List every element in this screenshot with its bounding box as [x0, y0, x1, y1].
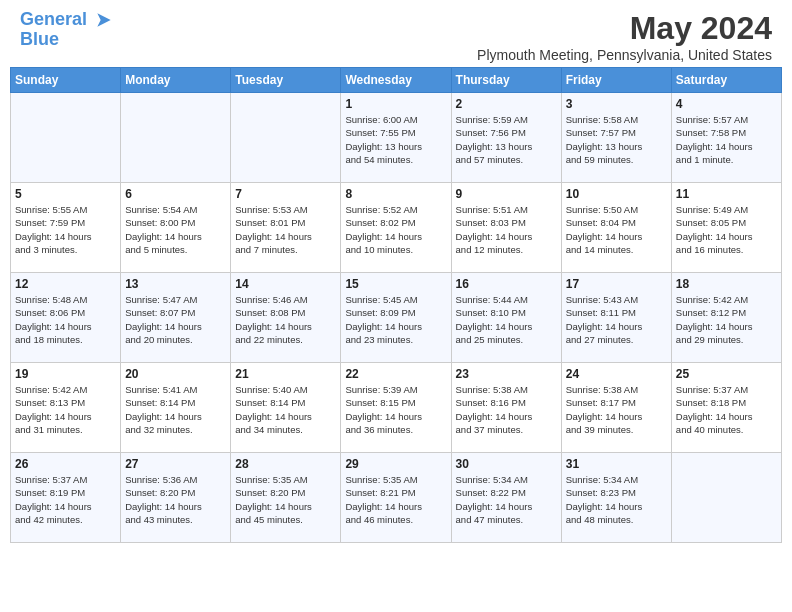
day-number: 25: [676, 367, 777, 381]
calendar-cell: 30Sunrise: 5:34 AMSunset: 8:22 PMDayligh…: [451, 453, 561, 543]
day-number: 18: [676, 277, 777, 291]
cell-content: Sunrise: 5:57 AMSunset: 7:58 PMDaylight:…: [676, 113, 777, 166]
day-number: 23: [456, 367, 557, 381]
cell-content: Sunrise: 5:47 AMSunset: 8:07 PMDaylight:…: [125, 293, 226, 346]
cell-content: Sunrise: 5:35 AMSunset: 8:20 PMDaylight:…: [235, 473, 336, 526]
cell-content: Sunrise: 5:42 AMSunset: 8:13 PMDaylight:…: [15, 383, 116, 436]
day-number: 1: [345, 97, 446, 111]
calendar-cell: 19Sunrise: 5:42 AMSunset: 8:13 PMDayligh…: [11, 363, 121, 453]
calendar-cell: 9Sunrise: 5:51 AMSunset: 8:03 PMDaylight…: [451, 183, 561, 273]
cell-content: Sunrise: 5:41 AMSunset: 8:14 PMDaylight:…: [125, 383, 226, 436]
logo-icon: [94, 10, 114, 30]
calendar-cell: 18Sunrise: 5:42 AMSunset: 8:12 PMDayligh…: [671, 273, 781, 363]
calendar-table: SundayMondayTuesdayWednesdayThursdayFrid…: [10, 67, 782, 543]
day-number: 30: [456, 457, 557, 471]
day-number: 10: [566, 187, 667, 201]
calendar-cell: 1Sunrise: 6:00 AMSunset: 7:55 PMDaylight…: [341, 93, 451, 183]
cell-content: Sunrise: 5:46 AMSunset: 8:08 PMDaylight:…: [235, 293, 336, 346]
month-title: May 2024: [477, 10, 772, 47]
calendar-cell: 28Sunrise: 5:35 AMSunset: 8:20 PMDayligh…: [231, 453, 341, 543]
cell-content: Sunrise: 5:37 AMSunset: 8:19 PMDaylight:…: [15, 473, 116, 526]
cell-content: Sunrise: 5:58 AMSunset: 7:57 PMDaylight:…: [566, 113, 667, 166]
day-number: 2: [456, 97, 557, 111]
page-header: General Blue May 2024 Plymouth Meeting, …: [0, 0, 792, 67]
calendar-cell: 25Sunrise: 5:37 AMSunset: 8:18 PMDayligh…: [671, 363, 781, 453]
calendar-cell: 21Sunrise: 5:40 AMSunset: 8:14 PMDayligh…: [231, 363, 341, 453]
day-number: 24: [566, 367, 667, 381]
weekday-header: Friday: [561, 68, 671, 93]
day-number: 19: [15, 367, 116, 381]
day-number: 15: [345, 277, 446, 291]
calendar-cell: 14Sunrise: 5:46 AMSunset: 8:08 PMDayligh…: [231, 273, 341, 363]
calendar-cell: 4Sunrise: 5:57 AMSunset: 7:58 PMDaylight…: [671, 93, 781, 183]
day-number: 8: [345, 187, 446, 201]
calendar-cell: 6Sunrise: 5:54 AMSunset: 8:00 PMDaylight…: [121, 183, 231, 273]
cell-content: Sunrise: 5:50 AMSunset: 8:04 PMDaylight:…: [566, 203, 667, 256]
calendar-wrapper: SundayMondayTuesdayWednesdayThursdayFrid…: [0, 67, 792, 553]
logo-text2: Blue: [20, 30, 114, 50]
calendar-cell: [11, 93, 121, 183]
calendar-cell: 22Sunrise: 5:39 AMSunset: 8:15 PMDayligh…: [341, 363, 451, 453]
cell-content: Sunrise: 5:51 AMSunset: 8:03 PMDaylight:…: [456, 203, 557, 256]
day-number: 6: [125, 187, 226, 201]
cell-content: Sunrise: 5:45 AMSunset: 8:09 PMDaylight:…: [345, 293, 446, 346]
day-number: 22: [345, 367, 446, 381]
cell-content: Sunrise: 5:43 AMSunset: 8:11 PMDaylight:…: [566, 293, 667, 346]
cell-content: Sunrise: 5:42 AMSunset: 8:12 PMDaylight:…: [676, 293, 777, 346]
calendar-cell: 16Sunrise: 5:44 AMSunset: 8:10 PMDayligh…: [451, 273, 561, 363]
cell-content: Sunrise: 6:00 AMSunset: 7:55 PMDaylight:…: [345, 113, 446, 166]
logo-text: General: [20, 10, 114, 30]
cell-content: Sunrise: 5:52 AMSunset: 8:02 PMDaylight:…: [345, 203, 446, 256]
day-number: 9: [456, 187, 557, 201]
day-number: 4: [676, 97, 777, 111]
weekday-header: Monday: [121, 68, 231, 93]
day-number: 20: [125, 367, 226, 381]
calendar-cell: 13Sunrise: 5:47 AMSunset: 8:07 PMDayligh…: [121, 273, 231, 363]
calendar-cell: 10Sunrise: 5:50 AMSunset: 8:04 PMDayligh…: [561, 183, 671, 273]
cell-content: Sunrise: 5:48 AMSunset: 8:06 PMDaylight:…: [15, 293, 116, 346]
location-title: Plymouth Meeting, Pennsylvania, United S…: [477, 47, 772, 63]
day-number: 13: [125, 277, 226, 291]
calendar-cell: 5Sunrise: 5:55 AMSunset: 7:59 PMDaylight…: [11, 183, 121, 273]
cell-content: Sunrise: 5:34 AMSunset: 8:23 PMDaylight:…: [566, 473, 667, 526]
day-number: 3: [566, 97, 667, 111]
cell-content: Sunrise: 5:36 AMSunset: 8:20 PMDaylight:…: [125, 473, 226, 526]
day-number: 31: [566, 457, 667, 471]
day-number: 17: [566, 277, 667, 291]
weekday-header: Saturday: [671, 68, 781, 93]
calendar-cell: 12Sunrise: 5:48 AMSunset: 8:06 PMDayligh…: [11, 273, 121, 363]
svg-marker-0: [97, 14, 110, 27]
calendar-cell: 15Sunrise: 5:45 AMSunset: 8:09 PMDayligh…: [341, 273, 451, 363]
calendar-cell: 31Sunrise: 5:34 AMSunset: 8:23 PMDayligh…: [561, 453, 671, 543]
day-number: 28: [235, 457, 336, 471]
cell-content: Sunrise: 5:39 AMSunset: 8:15 PMDaylight:…: [345, 383, 446, 436]
cell-content: Sunrise: 5:55 AMSunset: 7:59 PMDaylight:…: [15, 203, 116, 256]
day-number: 27: [125, 457, 226, 471]
calendar-cell: 17Sunrise: 5:43 AMSunset: 8:11 PMDayligh…: [561, 273, 671, 363]
day-number: 16: [456, 277, 557, 291]
calendar-cell: 26Sunrise: 5:37 AMSunset: 8:19 PMDayligh…: [11, 453, 121, 543]
calendar-cell: 29Sunrise: 5:35 AMSunset: 8:21 PMDayligh…: [341, 453, 451, 543]
title-block: May 2024 Plymouth Meeting, Pennsylvania,…: [477, 10, 772, 63]
calendar-cell: 27Sunrise: 5:36 AMSunset: 8:20 PMDayligh…: [121, 453, 231, 543]
cell-content: Sunrise: 5:40 AMSunset: 8:14 PMDaylight:…: [235, 383, 336, 436]
calendar-cell: 2Sunrise: 5:59 AMSunset: 7:56 PMDaylight…: [451, 93, 561, 183]
calendar-cell: [121, 93, 231, 183]
day-number: 21: [235, 367, 336, 381]
weekday-header: Thursday: [451, 68, 561, 93]
calendar-cell: 3Sunrise: 5:58 AMSunset: 7:57 PMDaylight…: [561, 93, 671, 183]
cell-content: Sunrise: 5:44 AMSunset: 8:10 PMDaylight:…: [456, 293, 557, 346]
cell-content: Sunrise: 5:35 AMSunset: 8:21 PMDaylight:…: [345, 473, 446, 526]
calendar-cell: [671, 453, 781, 543]
weekday-header: Sunday: [11, 68, 121, 93]
cell-content: Sunrise: 5:34 AMSunset: 8:22 PMDaylight:…: [456, 473, 557, 526]
day-number: 14: [235, 277, 336, 291]
cell-content: Sunrise: 5:38 AMSunset: 8:16 PMDaylight:…: [456, 383, 557, 436]
calendar-cell: [231, 93, 341, 183]
calendar-cell: 23Sunrise: 5:38 AMSunset: 8:16 PMDayligh…: [451, 363, 561, 453]
weekday-header: Tuesday: [231, 68, 341, 93]
calendar-cell: 24Sunrise: 5:38 AMSunset: 8:17 PMDayligh…: [561, 363, 671, 453]
calendar-cell: 7Sunrise: 5:53 AMSunset: 8:01 PMDaylight…: [231, 183, 341, 273]
calendar-cell: 8Sunrise: 5:52 AMSunset: 8:02 PMDaylight…: [341, 183, 451, 273]
cell-content: Sunrise: 5:37 AMSunset: 8:18 PMDaylight:…: [676, 383, 777, 436]
